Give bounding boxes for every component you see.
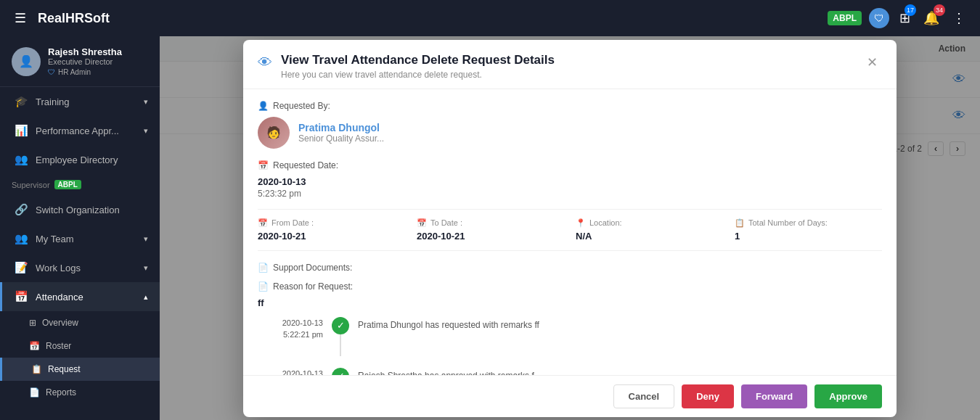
request-icon: 📋 [31,364,42,374]
user-profile: 👤 Rajesh Shrestha Executive Director 🛡 H… [0,36,160,87]
sidebar-item-roster[interactable]: 📅 Roster [0,334,160,358]
sidebar-item-request[interactable]: 📋 Request [0,358,160,381]
grid-badge: 17 [905,4,916,16]
user-org-badge: ABPL [828,11,862,25]
modal-close-button[interactable]: ✕ [862,53,882,72]
requested-date: 2020-10-13 [258,176,882,187]
alert-badge: 34 [934,4,945,16]
supervisor-badge: ABPL [54,180,81,189]
content-area: Status Action Requested 👁 Requested 👁 1-… [160,36,980,420]
timeline: 2020-10-13 5:22:21 pm ✓ Pratima Dhungol … [258,317,882,375]
requested-date-label: 📅 Requested Date: [258,160,882,170]
timeline-time-1: 5:22:21 pm [258,329,323,341]
timeline-line-1 [340,334,341,356]
chevron-down-icon: ▾ [144,263,148,273]
chevron-down-icon: ▾ [144,234,148,244]
total-days-field: 📋 Total Number of Days: 1 [735,218,882,242]
user-admin-badge: 🛡 HR Admin [48,68,148,76]
sidebar-item-attendance[interactable]: 📅 Attendance ▴ [0,282,160,311]
to-date-field: 📅 To Date : 2020-10-21 [417,218,564,242]
chevron-down-icon: ▾ [144,126,148,136]
timeline-dot-2: ✓ [332,368,349,375]
brand-logo: RealHRSoft [38,11,110,26]
grid-button[interactable]: ⊞ 17 [897,7,913,29]
location-value: N/A [576,231,723,242]
user-role: Executive Director [48,57,148,66]
shield-icon: 🛡 [869,8,889,28]
sidebar-item-switch-org[interactable]: 🔗 Switch Organization [0,195,160,224]
sidebar: 👤 Rajesh Shrestha Executive Director 🛡 H… [0,36,160,420]
sidebar-item-reports[interactable]: 📄 Reports [0,381,160,404]
reason-icon: 📄 [258,281,269,292]
reason-section: 📄 Reason for Request: ff [258,281,882,308]
timeline-date-1: 2020-10-13 [258,317,323,329]
sidebar-item-my-team[interactable]: 👥 My Team ▾ [0,224,160,253]
requester-row: 🧑 Pratima Dhungol Senior Quality Assur..… [258,117,882,149]
modal-container: 👁 View Travel Attendance Delete Request … [243,40,897,417]
days-icon: 📋 [735,218,745,228]
from-date-value: 2020-10-21 [258,231,405,242]
from-date-field: 📅 From Date : 2020-10-21 [258,218,405,242]
switch-org-icon: 🔗 [14,203,28,216]
training-icon: 🎓 [14,95,28,108]
performance-icon: 📊 [14,124,28,137]
timeline-date-2: 2020-10-13 [258,368,323,375]
location-field: 📍 Location: N/A [576,218,723,242]
timeline-content-1: Pratima Dhungol has requested with remar… [358,317,539,330]
calendar-from-icon: 📅 [258,218,268,228]
deny-button[interactable]: Deny [682,384,734,408]
sidebar-item-performance[interactable]: 📊 Performance Appr... ▾ [0,116,160,145]
requested-time: 5:23:32 pm [258,189,882,199]
sidebar-item-employee-directory[interactable]: 👥 Employee Directory [0,145,160,174]
chevron-up-icon: ▴ [144,292,148,302]
requester-avatar: 🧑 [258,117,290,149]
person-icon: 👤 [258,101,269,111]
sidebar-item-training[interactable]: 🎓 Training ▾ [0,87,160,116]
requester-name: Pratima Dhungol [298,122,384,133]
avatar: 👤 [12,47,41,76]
calendar-icon: 📅 [258,160,269,170]
reason-value: ff [258,297,882,308]
timeline-content-2: Rajesh Shrestha has approved with remark… [358,368,534,375]
total-days-value: 1 [735,231,882,242]
requested-by-label: 👤 Requested By: [258,101,882,111]
overview-icon: ⊞ [29,318,36,328]
user-info: Rajesh Shrestha Executive Director 🛡 HR … [48,46,148,76]
attendance-icon: 📅 [14,290,28,303]
to-date-value: 2020-10-21 [417,231,564,242]
approve-button[interactable]: Approve [814,384,882,408]
sidebar-item-work-logs[interactable]: 📝 Work Logs ▾ [0,253,160,282]
sidebar-item-overview[interactable]: ⊞ Overview [0,311,160,334]
navbar-icons: ABPL 🛡 ⊞ 17 🔔 34 ⋮ [828,7,968,29]
modal-title: View Travel Attendance Delete Request De… [281,53,555,67]
admin-shield-icon: 🛡 [48,68,55,76]
navbar: ☰ RealHRSoft ABPL 🛡 ⊞ 17 🔔 34 ⋮ [0,0,980,36]
work-logs-icon: 📝 [14,261,28,274]
reports-icon: 📄 [29,387,40,398]
modal-body: 👤 Requested By: 🧑 Pratima Dhungol Senior… [243,89,897,375]
more-options-button[interactable]: ⋮ [950,7,968,29]
modal-overlay: 👁 View Travel Attendance Delete Request … [160,36,980,420]
support-docs-section: 📄 Support Documents: [258,263,882,273]
employees-icon: 👥 [14,153,28,166]
docs-icon: 📄 [258,263,269,273]
location-icon: 📍 [576,218,586,228]
menu-button[interactable]: ☰ [12,7,29,29]
notification-button[interactable]: 🔔 34 [920,7,942,29]
info-grid: 📅 From Date : 2020-10-21 📅 To Date : [258,209,882,251]
user-name: Rajesh Shrestha [48,46,148,57]
forward-button[interactable]: Forward [741,384,807,408]
modal-eye-icon: 👁 [258,54,272,71]
modal-header: 👁 View Travel Attendance Delete Request … [243,40,897,89]
calendar-to-icon: 📅 [417,218,427,228]
supervisor-section: Supervisor ABPL [0,174,160,195]
roster-icon: 📅 [29,341,40,351]
timeline-item-2: 2020-10-13 5:22:31 pm ✓ Rajesh Shrestha … [258,368,882,375]
timeline-dot-1: ✓ [332,317,349,334]
cancel-button[interactable]: Cancel [613,384,675,408]
chevron-down-icon: ▾ [144,97,148,107]
requester-role: Senior Quality Assur... [298,133,384,144]
timeline-item-1: 2020-10-13 5:22:21 pm ✓ Pratima Dhungol … [258,317,882,356]
modal-subtitle: Here you can view travel attendance dele… [281,70,555,80]
modal-footer: Cancel Deny Forward Approve [243,375,897,417]
